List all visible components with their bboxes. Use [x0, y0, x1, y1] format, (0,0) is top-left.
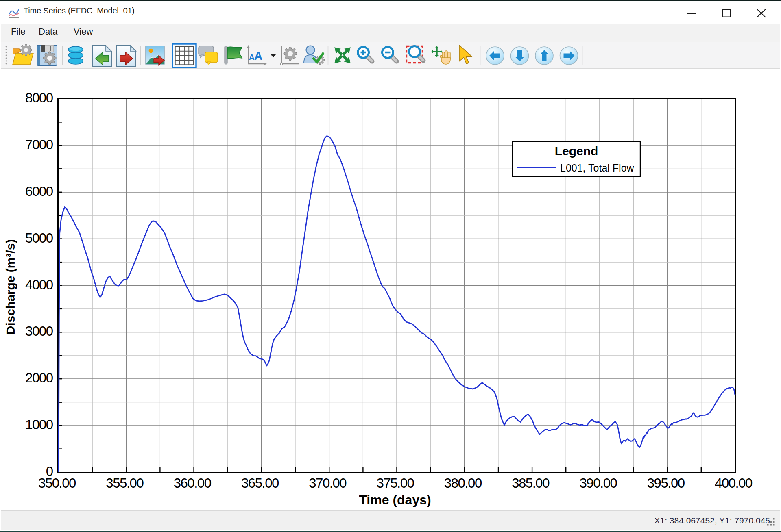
svg-text:390.00: 390.00 — [579, 476, 617, 491]
svg-text:Discharge (m³/s): Discharge (m³/s) — [4, 239, 17, 334]
svg-text:370.00: 370.00 — [309, 476, 347, 491]
svg-text:3000: 3000 — [25, 324, 53, 339]
svg-text:Time (days): Time (days) — [359, 493, 431, 507]
svg-text:375.00: 375.00 — [377, 476, 414, 491]
svg-text:7000: 7000 — [25, 137, 53, 152]
svg-text:Legend: Legend — [555, 144, 598, 158]
svg-text:365.00: 365.00 — [241, 476, 279, 491]
svg-text:4000: 4000 — [25, 277, 53, 292]
svg-text:8000: 8000 — [25, 90, 53, 105]
svg-text:2000: 2000 — [25, 370, 53, 385]
svg-text:385.00: 385.00 — [512, 476, 550, 491]
svg-text:355.00: 355.00 — [106, 476, 144, 491]
svg-text:L001, Total Flow: L001, Total Flow — [560, 162, 635, 174]
svg-text:1000: 1000 — [25, 417, 53, 432]
svg-text:6000: 6000 — [25, 184, 53, 199]
svg-text:380.00: 380.00 — [444, 476, 482, 491]
svg-text:400.00: 400.00 — [715, 476, 753, 491]
svg-text:395.00: 395.00 — [647, 476, 685, 491]
svg-text:5000: 5000 — [25, 230, 53, 245]
svg-text:360.00: 360.00 — [174, 476, 212, 491]
svg-text:350.00: 350.00 — [38, 476, 76, 491]
